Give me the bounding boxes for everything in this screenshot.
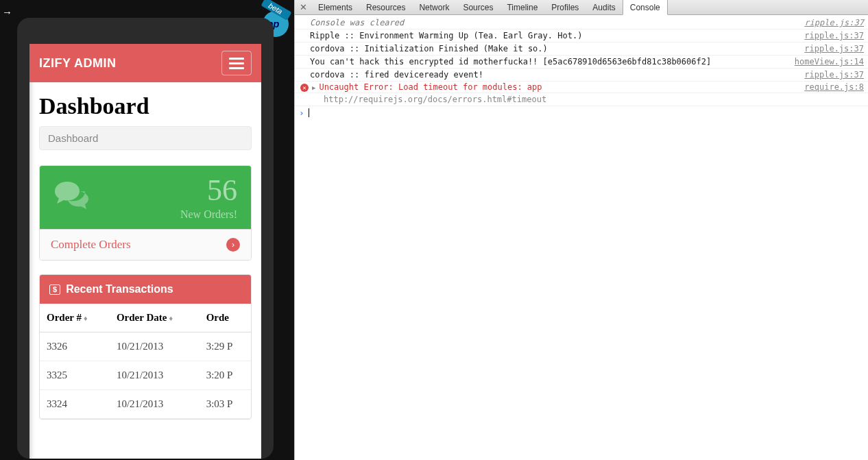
complete-orders-label: Complete Orders	[51, 238, 131, 252]
error-detail: http://requirejs.org/docs/errors.html#ti…	[295, 93, 868, 106]
log-source-link[interactable]: require.js:8	[791, 82, 864, 92]
back-arrow-icon[interactable]: →	[2, 6, 12, 18]
complete-orders-link[interactable]: Complete Orders ›	[40, 229, 251, 260]
log-source-link[interactable]: ripple.js:37	[791, 43, 864, 54]
tab-sources[interactable]: Sources	[456, 0, 500, 14]
app-header: IZIFY ADMIN	[29, 44, 261, 82]
col-time[interactable]: Orde	[200, 304, 251, 332]
console-log-row: Console was cleared ripple.js:37	[295, 16, 868, 29]
console-prompt[interactable]: ›	[295, 106, 868, 119]
transactions-table: Order #♦ Order Date♦ Orde 3326 10/21/201…	[40, 304, 251, 419]
console-input[interactable]	[309, 108, 864, 118]
tab-network[interactable]: Network	[412, 0, 456, 14]
tab-elements[interactable]: Elements	[311, 0, 359, 14]
app-title: IZIFY ADMIN	[39, 56, 117, 71]
tab-console[interactable]: Console	[623, 0, 668, 15]
tab-resources[interactable]: Resources	[359, 0, 412, 14]
table-header-row: Order #♦ Order Date♦ Orde	[40, 304, 251, 332]
money-icon: $	[49, 285, 60, 295]
console-log-row: Ripple :: Environment Warming Up (Tea. E…	[295, 29, 868, 43]
log-source-link[interactable]: ripple.js:37	[791, 17, 864, 28]
error-message: Uncaught Error: Load timeout for modules…	[319, 82, 542, 92]
console-output[interactable]: Console was cleared ripple.js:37 Ripple …	[295, 15, 868, 460]
log-source-link[interactable]: ripple.js:37	[791, 30, 864, 41]
device-frame: IZIFY ADMIN Dashboard Dashboard 56 Ne	[17, 18, 274, 459]
panel-title: Recent Transactions	[66, 283, 173, 295]
sort-icon: ♦	[169, 314, 173, 322]
log-source-link[interactable]: homeView.js:14	[781, 56, 864, 67]
prompt-caret-icon: ›	[299, 108, 304, 118]
devtools-tabbar: ✕ Elements Resources Network Sources Tim…	[295, 0, 868, 15]
devtools-panel: ✕ Elements Resources Network Sources Tim…	[294, 0, 868, 460]
col-date[interactable]: Order Date♦	[110, 304, 200, 332]
expand-icon[interactable]: ▶	[312, 84, 315, 91]
arrow-right-icon: ›	[226, 238, 240, 252]
table-row[interactable]: 3325 10/21/2013 3:20 P	[40, 361, 251, 390]
breadcrumb: Dashboard	[39, 126, 252, 150]
console-log-row: cordova :: Initialization Finished (Make…	[295, 43, 868, 56]
tab-audits[interactable]: Audits	[586, 0, 622, 14]
log-source-link[interactable]: ripple.js:37	[791, 69, 864, 80]
new-orders-card: 56 New Orders! Complete Orders ›	[39, 165, 252, 261]
error-icon: ✕	[300, 84, 309, 92]
device-screen[interactable]: IZIFY ADMIN Dashboard Dashboard 56 Ne	[29, 44, 261, 459]
table-row[interactable]: 3324 10/21/2013 3:03 P	[40, 390, 251, 419]
console-log-row: cordova :: fired deviceready event! ripp…	[295, 69, 868, 82]
col-order[interactable]: Order #♦	[40, 304, 110, 332]
console-error-row: ✕ ▶ Uncaught Error: Load timeout for mod…	[295, 82, 868, 93]
recent-transactions-panel: $ Recent Transactions Order #♦ Order Dat…	[39, 274, 252, 420]
new-orders-label: New Orders!	[180, 208, 237, 221]
page-title: Dashboard	[39, 93, 252, 119]
sort-icon: ♦	[84, 314, 88, 322]
tab-profiles[interactable]: Profiles	[544, 0, 586, 14]
comments-icon	[53, 180, 91, 217]
new-orders-count: 56	[180, 175, 237, 206]
devtools-close-button[interactable]: ✕	[295, 0, 311, 14]
table-row[interactable]: 3326 10/21/2013 3:29 P	[40, 332, 251, 361]
emulator-area: → beta ipp IZIFY ADMIN Dashboard Dashboa…	[0, 0, 294, 460]
tab-timeline[interactable]: Timeline	[500, 0, 544, 14]
menu-toggle-button[interactable]	[221, 51, 252, 75]
console-log-row: You can't hack this encrypted id motherf…	[295, 56, 868, 69]
